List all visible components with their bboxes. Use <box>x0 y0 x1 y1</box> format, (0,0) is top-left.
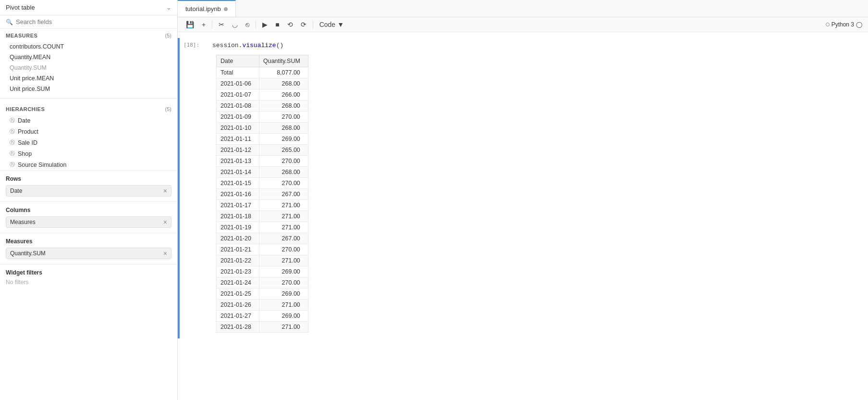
col-date-header: Date <box>217 55 259 67</box>
measures-config-pill[interactable]: Quantity.SUM × <box>6 248 171 259</box>
hierarchy-item[interactable]: ⓗDate <box>0 115 177 126</box>
hierarchy-item[interactable]: ⓗProduct <box>0 126 177 137</box>
no-filters-text: No filters <box>6 279 171 286</box>
save-button[interactable]: 💾 <box>183 19 196 30</box>
widget-filters-section: Widget filters No filters <box>0 264 177 288</box>
value-cell: 269.00 <box>259 288 308 300</box>
toolbar-separator-2 <box>256 20 256 29</box>
date-cell: 2021-01-22 <box>217 255 259 266</box>
add-cell-button[interactable]: + <box>199 19 208 30</box>
date-cell: 2021-01-27 <box>217 311 259 322</box>
search-input[interactable] <box>16 18 171 25</box>
sidebar-content: MEASURES (5) contributors.COUNTQuantity.… <box>0 29 177 400</box>
value-cell: 269.00 <box>259 311 308 322</box>
hierarchy-item[interactable]: ⓗSale ID <box>0 137 177 148</box>
value-cell: 270.00 <box>259 244 308 255</box>
kernel-label: Python 3 <box>831 21 854 28</box>
sidebar-chevron-icon[interactable]: ⌄ <box>166 4 171 11</box>
measures-item[interactable]: Unit price.SUM <box>0 84 177 94</box>
measures-item[interactable]: Unit price.MEAN <box>0 73 177 84</box>
hierarchy-label: Date <box>18 117 30 124</box>
code-visualize: visualize <box>242 42 276 49</box>
kernel-select[interactable]: Python 3 ◯ <box>826 21 862 28</box>
kernel-dot <box>826 23 830 26</box>
restart-button[interactable]: ⟲ <box>285 19 295 30</box>
table-row: 2021-01-16267.00 <box>217 189 308 200</box>
value-cell: 268.00 <box>259 78 308 89</box>
code-type-button[interactable]: Code ▼ <box>317 19 346 30</box>
hierarchy-item[interactable]: ⓗShop <box>0 148 177 159</box>
date-cell: 2021-01-11 <box>217 134 259 145</box>
hierarchy-label: Source Simulation <box>18 162 66 168</box>
run-button[interactable]: ▶ <box>260 19 270 30</box>
value-cell: 271.00 <box>259 300 308 311</box>
paste-button[interactable]: ⎋ <box>243 19 252 30</box>
value-cell: 269.00 <box>259 134 308 145</box>
measures-item[interactable]: contributors.COUNT <box>0 41 177 52</box>
cell-content: session.visualize() Date Quantity.SUM <box>208 38 868 338</box>
hierarchies-list: ⓗDateⓗProductⓗSale IDⓗShopⓗSource Simula… <box>0 115 177 170</box>
cell-number: [18]: <box>180 38 208 48</box>
rows-item: Date <box>10 188 22 194</box>
value-cell: 271.00 <box>259 322 308 333</box>
measures-item[interactable]: Quantity.MEAN <box>0 52 177 62</box>
hierarchy-icon: ⓗ <box>10 139 15 146</box>
sidebar: Pivot table ⌄ 🔍 MEASURES (5) contributor… <box>0 0 178 400</box>
date-cell: 2021-01-15 <box>217 178 259 189</box>
rows-close-icon[interactable]: × <box>163 188 167 194</box>
rows-section: Rows Date × <box>0 170 177 201</box>
hierarchy-label: Shop <box>18 150 32 157</box>
date-cell: 2021-01-19 <box>217 222 259 233</box>
date-cell: 2021-01-26 <box>217 300 259 311</box>
tab-modified-dot <box>224 7 228 11</box>
divider-1 <box>0 98 177 99</box>
date-cell: 2021-01-14 <box>217 167 259 178</box>
table-row: 2021-01-19271.00 <box>217 222 308 233</box>
sidebar-header: Pivot table ⌄ <box>0 0 177 15</box>
columns-pill[interactable]: Measures × <box>6 216 171 228</box>
tab-tutorial[interactable]: tutorial.ipynb <box>178 0 236 17</box>
table-row: 2021-01-17271.00 <box>217 200 308 211</box>
main-panel: tutorial.ipynb 💾 + ✂ ◡ ⎋ ▶ ■ ⟲ ⟳ Code ▼ … <box>178 0 868 400</box>
value-cell: 270.00 <box>259 156 308 167</box>
table-row: 2021-01-12265.00 <box>217 145 308 156</box>
value-cell: 270.00 <box>259 178 308 189</box>
stop-button[interactable]: ■ <box>273 19 281 30</box>
measures-config-item: Quantity.SUM <box>10 250 46 257</box>
cell-active-indicator <box>178 38 180 338</box>
columns-close-icon[interactable]: × <box>163 219 167 225</box>
measures-config-section: Measures Quantity.SUM × <box>0 233 177 264</box>
date-cell: 2021-01-18 <box>217 211 259 222</box>
cut-button[interactable]: ✂ <box>216 19 227 30</box>
measures-item[interactable]: Quantity.SUM <box>0 62 177 73</box>
value-cell: 268.00 <box>259 167 308 178</box>
table-row: 2021-01-07266.00 <box>217 89 308 100</box>
copy-button[interactable]: ◡ <box>230 19 240 30</box>
table-row: 2021-01-14268.00 <box>217 167 308 178</box>
columns-item: Measures <box>10 219 36 225</box>
hierarchy-icon: ⓗ <box>10 128 15 135</box>
table-row: 2021-01-24270.00 <box>217 277 308 288</box>
value-cell: 271.00 <box>259 200 308 211</box>
date-cell: 2021-01-06 <box>217 78 259 89</box>
measures-config-close-icon[interactable]: × <box>163 250 167 257</box>
total-value: 8,077.00 <box>259 67 308 78</box>
table-row: 2021-01-27269.00 <box>217 311 308 322</box>
hierarchy-icon: ⓗ <box>10 117 15 124</box>
restart-run-button[interactable]: ⟳ <box>298 19 309 30</box>
code-parens: () <box>276 42 284 49</box>
table-row: 2021-01-18271.00 <box>217 211 308 222</box>
table-row: 2021-01-11269.00 <box>217 134 308 145</box>
kernel-chevron-icon: ◯ <box>856 21 862 28</box>
table-row: 2021-01-22271.00 <box>217 255 308 266</box>
value-cell: 271.00 <box>259 255 308 266</box>
hierarchy-item[interactable]: ⓗSource Simulation <box>0 159 177 170</box>
value-cell: 265.00 <box>259 145 308 156</box>
cell-code[interactable]: session.visualize() <box>208 40 868 51</box>
date-cell: 2021-01-07 <box>217 89 259 100</box>
hierarchy-label: Sale ID <box>18 139 37 146</box>
rows-pill[interactable]: Date × <box>6 185 171 197</box>
measures-section-header: MEASURES (5) <box>0 29 177 41</box>
tab-bar: tutorial.ipynb <box>178 0 868 17</box>
value-cell: 270.00 <box>259 277 308 288</box>
